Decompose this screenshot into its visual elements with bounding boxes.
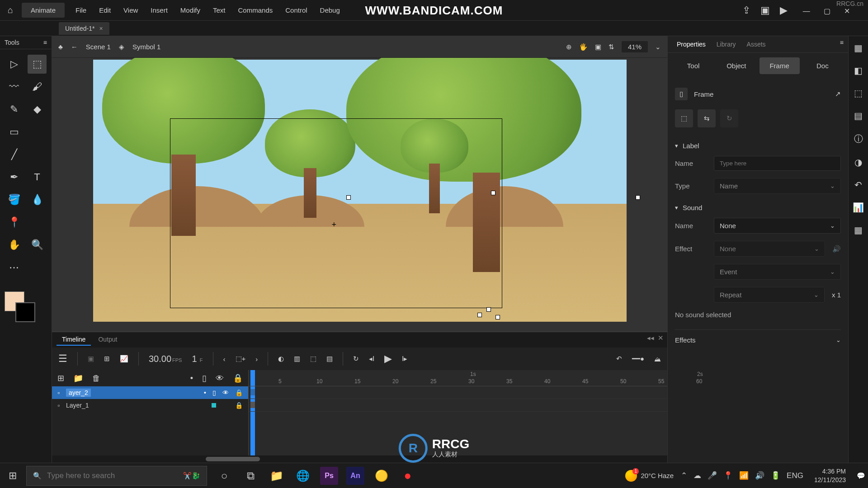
tab-library[interactable]: Library bbox=[712, 39, 741, 50]
cortana-icon[interactable]: ○ bbox=[215, 467, 233, 485]
layer-row-1[interactable]: ▫ Layer_1 🔒 bbox=[52, 399, 248, 412]
onedrive-icon[interactable]: ☁ bbox=[693, 471, 701, 480]
undo-icon[interactable]: ↶ bbox=[616, 355, 622, 363]
weather-widget[interactable]: 1 20°C Haze bbox=[625, 470, 674, 482]
tray-chevron-icon[interactable]: ⌃ bbox=[681, 471, 687, 480]
task-view-icon[interactable]: ⧉ bbox=[241, 467, 259, 485]
panel-menu-icon[interactable]: ≡ bbox=[840, 39, 844, 50]
zoom-value[interactable]: 41% bbox=[622, 41, 648, 52]
free-transform-tool[interactable]: ⬚ bbox=[28, 55, 47, 74]
layer-parenting-icon[interactable]: ⊞ bbox=[104, 355, 110, 363]
edit-sound-icon[interactable]: 🔊 bbox=[832, 245, 841, 253]
menu-text[interactable]: Text bbox=[207, 6, 232, 14]
mic-icon[interactable]: 🎤 bbox=[708, 471, 717, 480]
step-forward-icon[interactable]: › bbox=[255, 355, 258, 363]
section-sound[interactable]: ▾ Sound bbox=[675, 197, 841, 214]
insert-keyframe-icon[interactable]: ⬚+ bbox=[236, 355, 246, 363]
subtab-frame[interactable]: Frame bbox=[760, 57, 800, 74]
tab-assets[interactable]: Assets bbox=[742, 39, 770, 50]
close-panel-icon[interactable]: ✕ bbox=[658, 334, 664, 342]
clip-icon[interactable]: ▣ bbox=[595, 43, 601, 51]
transform-handle[interactable] bbox=[636, 195, 640, 200]
eyedropper-tool[interactable]: 💧 bbox=[28, 190, 47, 209]
new-folder-icon[interactable]: 📁 bbox=[73, 373, 83, 383]
transform-handle[interactable] bbox=[486, 307, 491, 312]
rail-align-icon[interactable]: ▦ bbox=[854, 42, 863, 53]
rotate-icon[interactable]: 🖐 bbox=[579, 43, 588, 51]
color-swatches[interactable] bbox=[0, 282, 52, 340]
language-indicator[interactable]: ENG bbox=[787, 471, 803, 480]
zoom-updown-icon[interactable]: ⇅ bbox=[609, 43, 614, 51]
close-button[interactable]: ✕ bbox=[839, 7, 855, 15]
line-tool[interactable]: ╱ bbox=[5, 145, 24, 164]
stage-content[interactable]: + bbox=[93, 60, 627, 322]
timeline-ruler[interactable]: 1s 2s 5 10 15 20 25 30 35 40 45 50 55 60 bbox=[249, 370, 667, 386]
layer-name-edit[interactable]: ayer_2 bbox=[66, 389, 91, 397]
zoom-slider[interactable]: ━━● bbox=[632, 355, 644, 363]
layer-depth-icon[interactable]: 📈 bbox=[120, 355, 128, 363]
volume-icon[interactable]: 🔊 bbox=[755, 471, 764, 480]
stroke-color-swatch[interactable] bbox=[15, 302, 35, 322]
subtab-object[interactable]: Object bbox=[716, 57, 756, 74]
animate-taskbar-icon[interactable]: An bbox=[346, 467, 364, 485]
menu-modify[interactable]: Modify bbox=[174, 6, 207, 14]
layer-row-2[interactable]: ▫ ayer_2 •▯👁🔒 bbox=[52, 386, 248, 399]
menu-commands[interactable]: Commands bbox=[232, 6, 279, 14]
hand-tool[interactable]: ✋ bbox=[5, 235, 24, 254]
outline-toggle-icon[interactable]: ▯ bbox=[202, 373, 207, 383]
lock-toggle-icon[interactable]: 🔒 bbox=[233, 373, 243, 383]
explorer-icon[interactable]: 📁 bbox=[268, 467, 286, 485]
zoom-dropdown-icon[interactable]: ⌄ bbox=[655, 43, 661, 51]
more-tools[interactable]: ⋯ bbox=[5, 258, 24, 277]
menu-edit[interactable]: Edit bbox=[93, 6, 117, 14]
workspace-icon[interactable]: ▣ bbox=[760, 5, 770, 16]
section-effects[interactable]: Effects ⌄ bbox=[675, 329, 841, 347]
layers-icon[interactable]: ☰ bbox=[58, 353, 67, 365]
center-stage-icon[interactable]: ⊕ bbox=[566, 43, 572, 51]
edit-scene-icon[interactable]: ♣ bbox=[58, 43, 63, 51]
swap-icon[interactable]: ⇆ bbox=[698, 109, 716, 127]
chrome-icon[interactable]: 🌐 bbox=[294, 467, 312, 485]
camera-tool[interactable]: 📍 bbox=[5, 213, 24, 232]
transform-handle[interactable] bbox=[491, 191, 495, 195]
expand-icon[interactable]: ↗ bbox=[835, 90, 841, 98]
rail-vrbrush-icon[interactable]: ▦ bbox=[854, 225, 863, 235]
onion-outlines-icon[interactable]: ▥ bbox=[294, 355, 300, 363]
rail-library-icon[interactable]: ▤ bbox=[854, 110, 863, 121]
loop-icon[interactable]: ↻ bbox=[353, 355, 359, 363]
rail-transform-icon[interactable]: ⬚ bbox=[854, 88, 863, 99]
search-box[interactable]: 🔍 ✂️🐉 bbox=[26, 466, 207, 486]
location-icon[interactable]: 📍 bbox=[723, 471, 733, 480]
text-tool[interactable]: T bbox=[28, 168, 47, 187]
minimize-button[interactable]: — bbox=[797, 7, 816, 15]
edit-frames-icon[interactable]: ⬚ bbox=[310, 355, 316, 363]
play-icon[interactable]: ▶ bbox=[780, 5, 788, 16]
next-frame-icon[interactable]: Ⅰ▸ bbox=[402, 355, 407, 363]
home-icon[interactable]: ⌂ bbox=[4, 5, 17, 15]
clock[interactable]: 4:36 PM 12/11/2023 bbox=[811, 467, 849, 483]
menu-file[interactable]: File bbox=[69, 6, 93, 14]
eraser-tool[interactable]: ◆ bbox=[28, 100, 47, 119]
lasso-tool[interactable]: 〰 bbox=[5, 77, 24, 96]
sound-effect-select[interactable]: None⌄ bbox=[714, 241, 825, 257]
subtab-doc[interactable]: Doc bbox=[802, 57, 843, 74]
prev-frame-icon[interactable]: ◂Ⅰ bbox=[369, 355, 374, 363]
subtab-tool[interactable]: Tool bbox=[673, 57, 713, 74]
add-filter-icon[interactable]: ⬚ bbox=[675, 109, 693, 127]
tab-properties[interactable]: Properties bbox=[672, 39, 710, 50]
transform-handle[interactable] bbox=[477, 313, 482, 317]
symbol-crumb[interactable]: Symbol 1 bbox=[132, 43, 161, 51]
notifications-icon[interactable]: 💬 bbox=[857, 472, 865, 480]
frame-row-layer2[interactable] bbox=[249, 386, 667, 399]
timeline-scrollbar[interactable] bbox=[52, 455, 667, 463]
menu-view[interactable]: View bbox=[117, 6, 144, 14]
delete-layer-icon[interactable]: 🗑 bbox=[92, 374, 100, 383]
new-layer-icon[interactable]: ⊞ bbox=[57, 373, 64, 383]
pen-tool[interactable]: ✒ bbox=[5, 168, 24, 187]
tween-icon[interactable]: ▤ bbox=[326, 355, 333, 363]
camera-layer-icon[interactable]: ▣ bbox=[88, 355, 94, 363]
paint-brush-tool[interactable]: ✎ bbox=[5, 100, 24, 119]
onion-skin-icon[interactable]: ◐ bbox=[278, 355, 284, 363]
brush-tool[interactable]: 🖌 bbox=[28, 77, 47, 96]
phpstorm-icon[interactable]: Ps bbox=[320, 467, 338, 485]
